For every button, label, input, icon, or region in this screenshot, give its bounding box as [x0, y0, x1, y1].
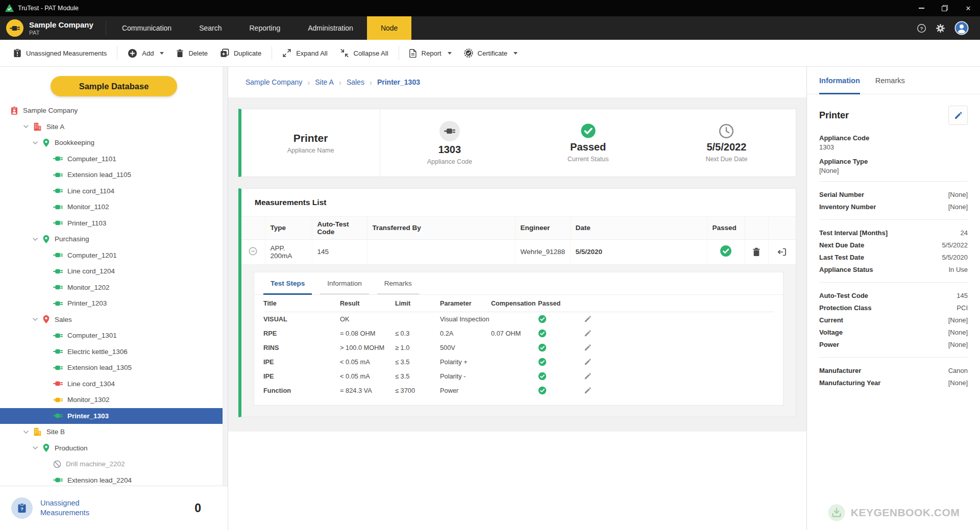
breadcrumb-sales[interactable]: Sales — [347, 78, 364, 86]
step-result: < 0.05 mA — [340, 355, 395, 369]
breadcrumb-sample-company[interactable]: Sample Company — [246, 78, 302, 86]
tree-item-sample-company[interactable]: Sample Company — [0, 103, 228, 119]
detail-field-power: Power [None] — [819, 338, 968, 350]
certificate-button[interactable]: Certificate — [458, 44, 524, 62]
tree-item-line-cord-1204[interactable]: Line cord_1204 — [0, 263, 228, 280]
edit-step-button[interactable] — [582, 356, 594, 368]
tree-item-site-a[interactable]: Site A — [0, 119, 228, 135]
measurement-transferred-by — [367, 239, 515, 264]
edit-step-button[interactable] — [582, 342, 594, 354]
tree-item-computer-1301[interactable]: Computer_1301 — [0, 327, 228, 344]
expand-all-button[interactable]: Expand All — [276, 44, 333, 62]
chevron-down-icon[interactable] — [33, 141, 38, 144]
tree-item-electric-kettle-1306[interactable]: Electric kettle_1306 — [0, 344, 228, 360]
tab-test-steps[interactable]: Test Steps — [263, 272, 312, 294]
delete-measurement-button[interactable] — [750, 245, 763, 259]
help-icon[interactable]: ? — [917, 23, 926, 33]
measurement-row[interactable]: APP. 200mA 145 Wehrle_91288 5/5/2020 — [241, 239, 796, 264]
tree-item-label: Printer_1203 — [67, 299, 107, 307]
tree-item-monitor-1202[interactable]: Monitor_1202 — [0, 280, 228, 296]
tree-item-label: Site B — [46, 428, 65, 436]
edit-step-button[interactable] — [582, 327, 594, 339]
tree-item-extension-lead-1305[interactable]: Extension lead_1305 — [0, 360, 228, 376]
tree-item-sales[interactable]: Sales — [0, 312, 228, 328]
tree-item-drill-machine-2202[interactable]: Drill machine_2202 — [0, 456, 228, 472]
add-button[interactable]: Add — [121, 44, 170, 62]
tree-item-purchasing[interactable]: Purchasing — [0, 231, 228, 247]
nav-item-node[interactable]: Node — [367, 16, 411, 40]
tree-item-printer-1103[interactable]: Printer_1103 — [0, 215, 228, 232]
edit-appliance-button[interactable] — [948, 106, 968, 125]
edit-step-button[interactable] — [582, 313, 594, 325]
detail-field-appliance-type: Appliance Type [None] — [819, 158, 968, 174]
breadcrumb-printer-1303[interactable]: Printer_1303 — [377, 78, 420, 86]
tree-item-computer-1101[interactable]: Computer_1101 — [0, 151, 228, 167]
detail-field-label: Next Due Date — [819, 241, 864, 249]
tree-item-monitor-1102[interactable]: Monitor_1102 — [0, 199, 228, 215]
divider — [106, 21, 106, 35]
collapse-all-button[interactable]: Collapse All — [334, 44, 395, 62]
tree-item-computer-1201[interactable]: Computer_1201 — [0, 247, 228, 264]
tab-remarks[interactable]: Remarks — [377, 272, 419, 294]
tree-item-production[interactable]: Production — [0, 440, 228, 457]
tree-item-monitor-1302[interactable]: Monitor_1302 — [0, 392, 228, 408]
detail-title: Printer — [819, 110, 849, 121]
user-avatar[interactable] — [954, 21, 969, 35]
chevron-down-icon[interactable] — [33, 238, 38, 241]
tree-item-label: Drill machine_2202 — [66, 460, 125, 468]
edit-step-button[interactable] — [582, 385, 594, 396]
chevron-down-icon[interactable] — [33, 446, 38, 449]
divider — [399, 46, 399, 60]
duplicate-button[interactable]: Duplicate — [214, 44, 267, 62]
tree-item-line-cord-1104[interactable]: Line cord_1104 — [0, 183, 228, 199]
close-button[interactable]: ✕ — [957, 0, 980, 16]
tree-item-label: Bookkeeping — [55, 139, 94, 146]
tab-information[interactable]: Information — [320, 272, 369, 294]
edit-step-button[interactable] — [582, 370, 594, 382]
current-status-value: Passed — [570, 141, 606, 153]
chevron-down-icon[interactable] — [23, 125, 29, 128]
tree-item-extension-lead-1105[interactable]: Extension lead_1105 — [0, 167, 228, 183]
tree-item-printer-1203[interactable]: Printer_1203 — [0, 295, 228, 312]
step-title: IPE — [263, 355, 340, 369]
minimize-button[interactable] — [910, 0, 933, 16]
detail-field-manufacturing-year: Manufacturing Year [None] — [819, 376, 968, 389]
detail-tab-remarks[interactable]: Remarks — [875, 67, 905, 94]
nav-item-administration[interactable]: Administration — [294, 16, 367, 40]
restore-button[interactable] — [933, 0, 957, 16]
step-parameter: Polarity + — [440, 355, 491, 369]
unassigned-measurements-button[interactable]: Unassigned Measurements — [7, 44, 113, 62]
detail-field-appliance-status: Appliance Status In Use — [819, 263, 968, 275]
chevron-down-icon[interactable] — [33, 318, 38, 321]
tree-item-extension-lead-2204[interactable]: Extension lead_2204 — [0, 472, 228, 486]
breadcrumb-site-a[interactable]: Site A — [315, 78, 334, 86]
appliance-code-label: Appliance Code — [427, 158, 472, 165]
clock-icon — [719, 123, 734, 139]
tree-item-line-cord-1304[interactable]: Line cord_1304 — [0, 376, 228, 392]
collapse-row-icon[interactable] — [249, 247, 257, 256]
pin-green-icon — [42, 443, 50, 452]
tree-item-site-b[interactable]: Site B — [0, 424, 228, 440]
nav-item-communication[interactable]: Communication — [108, 16, 185, 40]
sample-database-button[interactable]: Sample Database — [51, 76, 177, 96]
gear-icon[interactable] — [936, 23, 945, 33]
detail-field-value: 1303 — [819, 143, 968, 151]
report-button[interactable]: Report — [403, 45, 458, 62]
tree-item-label: Printer_1303 — [67, 412, 109, 420]
detail-tab-information[interactable]: Information — [819, 67, 860, 94]
brand[interactable]: Sample Company PAT — [6, 16, 104, 40]
chevron-down-icon[interactable] — [23, 431, 29, 434]
nav-item-reporting[interactable]: Reporting — [236, 16, 295, 40]
detail-field-label: Serial Number — [819, 191, 864, 198]
tree-item-label: Line cord_1304 — [67, 380, 115, 388]
test-steps-header-row: TitleResultLimitParameterCompensationPas… — [263, 296, 774, 312]
passed-check-icon — [538, 386, 547, 395]
unassigned-measurements-footer[interactable]: ? Unassigned Measurements 0 — [0, 486, 228, 530]
nav-item-search[interactable]: Search — [185, 16, 235, 40]
tree-item-printer-1303[interactable]: Printer_1303 — [0, 408, 228, 424]
tree-item-label: Extension lead_2204 — [67, 476, 132, 484]
steps-col-title: Title — [263, 296, 340, 312]
transfer-measurement-button[interactable] — [775, 245, 789, 259]
tree-item-bookkeeping[interactable]: Bookkeeping — [0, 135, 228, 151]
delete-button[interactable]: Delete — [170, 45, 214, 62]
